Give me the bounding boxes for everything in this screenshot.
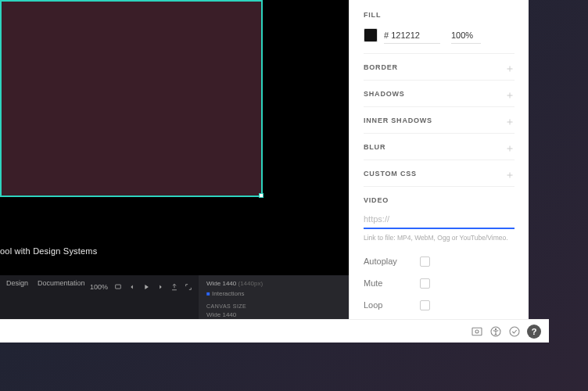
- fill-section: FILL: [364, 0, 514, 54]
- video-hint: Link to file: MP4, WebM, Ogg or YouTube/…: [364, 234, 514, 242]
- svg-point-4: [495, 328, 496, 329]
- tab-documentation[interactable]: Documentation: [38, 279, 85, 287]
- border-section[interactable]: BORDER: [364, 54, 514, 81]
- interactions-row[interactable]: ■ Interactions: [206, 290, 244, 297]
- blur-section[interactable]: BLUR: [364, 134, 514, 160]
- fill-opacity-input[interactable]: [451, 27, 481, 44]
- svg-point-5: [510, 327, 519, 336]
- fill-label: FILL: [364, 11, 514, 19]
- bottom-toolbar: Design Documentation 100% Wide 1440 (144…: [0, 275, 349, 319]
- bottom-right-panel: Wide 1440 (1440px) ■ Interactions CANVAS…: [199, 275, 349, 319]
- artboard-frame[interactable]: [0, 0, 263, 197]
- video-label: VIDEO: [364, 196, 514, 204]
- play-icon[interactable]: [142, 283, 150, 291]
- custom-css-label: CUSTOM CSS: [364, 170, 417, 178]
- tab-design[interactable]: Design: [6, 279, 28, 287]
- settings-icon[interactable]: [471, 325, 483, 338]
- viewport-name: Wide 1440: [206, 280, 236, 287]
- shadows-label: SHADOWS: [364, 90, 405, 98]
- inspector-panel: FILL BORDER SHADOWS INNER SHADOWS BLUR C…: [349, 0, 529, 319]
- expand-icon[interactable]: [185, 283, 192, 291]
- canvas-area[interactable]: ool with Design Systems Design Documenta…: [0, 0, 349, 319]
- check-icon[interactable]: [508, 325, 521, 338]
- bottom-controls: 100%: [90, 283, 192, 291]
- svg-rect-0: [116, 285, 121, 289]
- footer-bar: ?: [0, 319, 549, 343]
- custom-css-section[interactable]: CUSTOM CSS: [364, 160, 514, 187]
- zoom-value[interactable]: 100%: [90, 283, 108, 291]
- fill-swatch[interactable]: [364, 28, 378, 42]
- svg-point-2: [475, 330, 479, 333]
- bottom-tabs: Design Documentation: [0, 275, 91, 291]
- video-url-input[interactable]: [364, 210, 514, 229]
- shadows-section[interactable]: SHADOWS: [364, 81, 514, 107]
- add-icon[interactable]: [505, 142, 514, 152]
- mute-checkbox[interactable]: [420, 278, 430, 289]
- canvas-caption: ool with Design Systems: [0, 246, 97, 256]
- loop-checkbox[interactable]: [420, 300, 430, 310]
- inner-shadows-label: INNER SHADOWS: [364, 117, 432, 124]
- add-icon[interactable]: [505, 89, 514, 99]
- next-icon[interactable]: [156, 283, 164, 291]
- video-section: VIDEO Link to file: MP4, WebM, Ogg or Yo…: [364, 187, 514, 319]
- resize-handle-se[interactable]: [259, 193, 264, 198]
- fill-hex-input[interactable]: [384, 27, 440, 44]
- help-icon[interactable]: ?: [527, 325, 541, 339]
- share-icon[interactable]: [170, 283, 178, 291]
- inner-shadows-section[interactable]: INNER SHADOWS: [364, 107, 514, 134]
- viewport-size: (1440px): [238, 280, 263, 287]
- add-icon[interactable]: [505, 116, 514, 125]
- blur-label: BLUR: [364, 143, 385, 151]
- prev-icon[interactable]: [128, 283, 136, 291]
- border-label: BORDER: [364, 63, 398, 71]
- svg-rect-1: [472, 328, 482, 335]
- loop-label: Loop: [364, 300, 420, 310]
- add-icon[interactable]: [505, 63, 514, 72]
- canvas-size-label: CANVAS SIZE: [206, 303, 246, 309]
- device-icon[interactable]: [114, 283, 122, 291]
- add-icon[interactable]: [505, 169, 514, 178]
- autoplay-label: Autoplay: [364, 256, 420, 266]
- autoplay-checkbox[interactable]: [420, 256, 430, 267]
- canvas-size-value[interactable]: Wide 1440: [206, 311, 236, 318]
- mute-label: Mute: [364, 278, 420, 288]
- accessibility-icon[interactable]: [489, 325, 502, 338]
